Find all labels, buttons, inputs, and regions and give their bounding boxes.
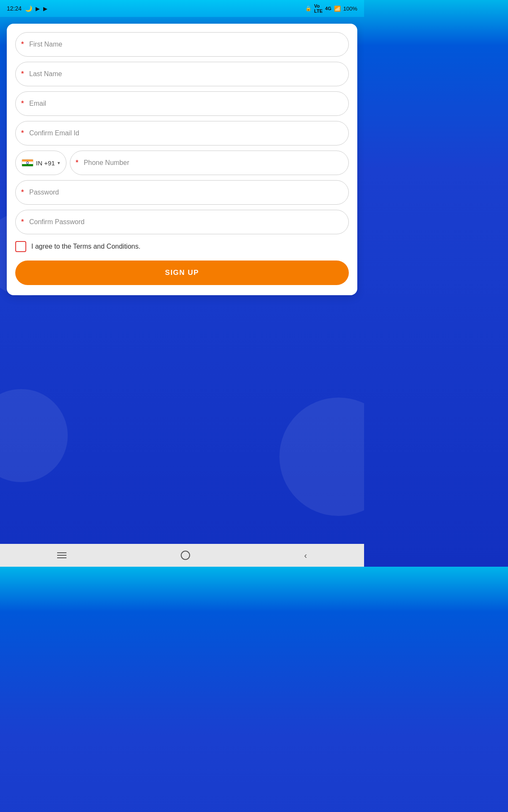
network-indicator: VoLTE — [314, 3, 323, 14]
terms-label: I agree to the Terms and Conditions. — [31, 243, 141, 250]
signup-form-card: * * * * — [7, 24, 357, 295]
terms-checkbox[interactable] — [15, 241, 26, 252]
signup-button[interactable]: SIGN UP — [15, 261, 349, 285]
moon-icon: 🌙 — [25, 5, 32, 12]
email-wrapper: * — [15, 91, 349, 116]
phone-input-wrapper: * — [70, 151, 349, 175]
password-input[interactable] — [15, 180, 349, 205]
nav-menu-button[interactable] — [47, 549, 77, 562]
first-name-wrapper: * — [15, 32, 349, 57]
country-selector[interactable]: IN +91 ▾ — [15, 151, 66, 175]
battery-display: 100% — [343, 5, 357, 12]
time-display: 12:24 — [7, 5, 22, 12]
flag-stripe-green — [22, 164, 33, 166]
confirm-password-input[interactable] — [15, 210, 349, 234]
confirm-email-input[interactable] — [15, 121, 349, 145]
lock-icon: 🔒 — [305, 5, 312, 11]
youtube-icon: ▶ — [36, 5, 40, 12]
last-name-wrapper: * — [15, 62, 349, 86]
confirm-password-wrapper: * — [15, 210, 349, 234]
home-circle-icon — [181, 551, 190, 560]
email-input[interactable] — [15, 91, 349, 116]
confirm-email-group: * — [15, 121, 349, 145]
terms-row: I agree to the Terms and Conditions. — [15, 241, 349, 252]
country-code-label: IN +91 — [36, 159, 55, 167]
youtube-icon-2: ▶ — [43, 5, 47, 12]
bg-circle-bottom-right — [279, 398, 364, 516]
network-4g: 4G — [325, 6, 331, 11]
menu-icon — [57, 552, 66, 558]
status-right: 🔒 VoLTE 4G 📶 100% — [305, 3, 357, 14]
password-wrapper: * — [15, 180, 349, 205]
confirm-email-wrapper: * — [15, 121, 349, 145]
back-chevron-icon: ‹ — [304, 551, 307, 560]
confirm-password-group: * — [15, 210, 349, 234]
first-name-group: * — [15, 32, 349, 57]
last-name-group: * — [15, 62, 349, 86]
navigation-bar: ‹ — [0, 544, 364, 567]
last-name-input[interactable] — [15, 62, 349, 86]
email-group: * — [15, 91, 349, 116]
bg-circle-bottom-left — [0, 389, 68, 482]
password-group: * — [15, 180, 349, 205]
phone-row: IN +91 ▾ * — [15, 151, 349, 175]
signal-bars: 📶 — [334, 5, 341, 12]
status-bar: 12:24 🌙 ▶ ▶ 🔒 VoLTE 4G 📶 100% — [0, 0, 364, 17]
phone-number-input[interactable] — [70, 151, 349, 175]
first-name-input[interactable] — [15, 32, 349, 57]
nav-home-button[interactable] — [171, 547, 200, 563]
india-flag — [22, 159, 33, 167]
nav-back-button[interactable]: ‹ — [294, 548, 317, 563]
chevron-down-icon: ▾ — [58, 160, 60, 166]
status-left: 12:24 🌙 ▶ ▶ — [7, 5, 47, 12]
